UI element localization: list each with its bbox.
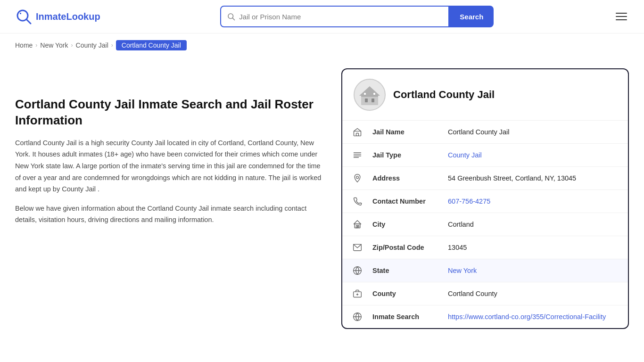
logo-icon bbox=[15, 8, 32, 25]
page-title: Cortland County Jail Inmate Search and J… bbox=[15, 97, 326, 129]
hamburger-line-2 bbox=[616, 16, 627, 17]
search-button[interactable]: Search bbox=[449, 6, 494, 27]
svg-rect-5 bbox=[361, 96, 378, 105]
jail-name-icon bbox=[352, 127, 363, 137]
info-card: Cortland County Jail Jail NameCortland C… bbox=[341, 68, 629, 329]
jail-name-value: Cortland County Jail bbox=[438, 121, 628, 144]
zip-value: 13045 bbox=[438, 236, 628, 259]
breadcrumb-home[interactable]: Home bbox=[15, 41, 33, 49]
breadcrumb-sep-2: › bbox=[71, 42, 73, 49]
svg-marker-6 bbox=[359, 86, 380, 96]
card-header: Cortland County Jail bbox=[342, 69, 628, 121]
state-link[interactable]: New York bbox=[448, 267, 477, 274]
address-icon bbox=[352, 173, 363, 183]
breadcrumb-current: Cortland County Jail bbox=[116, 40, 187, 50]
search-icon bbox=[227, 12, 235, 21]
logo-text: InmateLookup bbox=[36, 11, 100, 22]
svg-rect-10 bbox=[364, 93, 366, 95]
state-label: State bbox=[363, 259, 438, 282]
inmate-search-value[interactable]: https://www.cortland-co.org/355/Correcti… bbox=[438, 305, 628, 329]
county-label: County bbox=[363, 282, 438, 305]
address-icon-cell bbox=[342, 167, 363, 190]
contact-number-icon-cell bbox=[342, 190, 363, 213]
city-label: City bbox=[363, 213, 438, 236]
inmate-search-label: Inmate Search bbox=[363, 305, 438, 329]
logo-link[interactable]: InmateLookup bbox=[15, 8, 100, 25]
inmate-search-icon-cell bbox=[342, 305, 363, 329]
svg-line-4 bbox=[233, 18, 235, 20]
city-value: Cortland bbox=[438, 213, 628, 236]
jail-type-label: Jail Type bbox=[363, 144, 438, 167]
svg-rect-8 bbox=[372, 99, 374, 102]
zip-icon bbox=[352, 243, 363, 252]
site-header: InmateLookup Search bbox=[0, 0, 644, 33]
table-row: Contact Number607-756-4275 bbox=[342, 190, 628, 213]
breadcrumb-county-jail[interactable]: County Jail bbox=[76, 41, 108, 49]
hamburger-line-1 bbox=[616, 13, 627, 14]
table-row: Jail NameCortland County Jail bbox=[342, 121, 628, 144]
state-icon-cell bbox=[342, 259, 363, 282]
jail-name-label: Jail Name bbox=[363, 121, 438, 144]
state-value[interactable]: New York bbox=[438, 259, 628, 282]
table-row: Address54 Greenbush Street, Cortland, NY… bbox=[342, 167, 628, 190]
svg-rect-23 bbox=[358, 226, 359, 227]
search-bar: Search bbox=[220, 6, 494, 27]
table-row: StateNew York bbox=[342, 259, 628, 282]
svg-rect-11 bbox=[373, 93, 375, 95]
description-para-2: Below we have given information about th… bbox=[15, 203, 326, 226]
search-input-wrap bbox=[220, 6, 449, 27]
svg-rect-12 bbox=[361, 96, 378, 97]
table-row: Zip/Postal Code13045 bbox=[342, 236, 628, 259]
svg-rect-7 bbox=[365, 99, 368, 102]
inmate-search-link[interactable]: https://www.cortland-co.org/355/Correcti… bbox=[448, 313, 606, 321]
jail-type-link[interactable]: County Jail bbox=[448, 151, 482, 159]
contact-number-label: Contact Number bbox=[363, 190, 438, 213]
description-para-1: Cortland County Jail is a high security … bbox=[15, 137, 326, 195]
right-panel: Cortland County Jail Jail NameCortland C… bbox=[341, 68, 629, 329]
svg-line-1 bbox=[26, 19, 31, 24]
svg-rect-2 bbox=[20, 13, 21, 14]
inmate-search-icon bbox=[352, 312, 363, 321]
table-row: CityCortland bbox=[342, 213, 628, 236]
breadcrumb-new-york[interactable]: New York bbox=[40, 41, 68, 49]
zip-icon-cell bbox=[342, 236, 363, 259]
card-title: Cortland County Jail bbox=[393, 89, 495, 101]
svg-rect-22 bbox=[356, 226, 358, 228]
jail-name-icon-cell bbox=[342, 121, 363, 144]
county-icon bbox=[352, 289, 363, 298]
contact-number-icon bbox=[352, 197, 363, 206]
main-content: Cortland County Jail Inmate Search and J… bbox=[0, 57, 644, 348]
city-icon-cell bbox=[342, 213, 363, 236]
svg-marker-20 bbox=[354, 221, 361, 224]
city-icon bbox=[352, 220, 363, 229]
search-input[interactable] bbox=[239, 13, 443, 21]
info-table: Jail NameCortland County JailJail TypeCo… bbox=[342, 121, 628, 328]
svg-rect-13 bbox=[354, 131, 361, 136]
contact-number-link[interactable]: 607-756-4275 bbox=[448, 197, 490, 205]
address-label: Address bbox=[363, 167, 438, 190]
jail-type-value[interactable]: County Jail bbox=[438, 144, 628, 167]
breadcrumb: Home › New York › County Jail › Cortland… bbox=[0, 33, 644, 57]
table-row: Jail TypeCounty Jail bbox=[342, 144, 628, 167]
jail-building-icon bbox=[357, 82, 382, 107]
svg-rect-14 bbox=[356, 133, 359, 136]
address-value: 54 Greenbush Street, Cortland, NY, 13045 bbox=[438, 167, 628, 190]
breadcrumb-sep-1: › bbox=[35, 42, 37, 49]
zip-label: Zip/Postal Code bbox=[363, 236, 438, 259]
left-panel: Cortland County Jail Inmate Search and J… bbox=[15, 68, 326, 329]
county-icon-cell bbox=[342, 282, 363, 305]
jail-type-icon bbox=[352, 150, 363, 160]
state-icon bbox=[352, 266, 363, 275]
county-value: Cortland County bbox=[438, 282, 628, 305]
table-row: Inmate Searchhttps://www.cortland-co.org… bbox=[342, 305, 628, 329]
jail-avatar bbox=[354, 79, 386, 111]
contact-number-value[interactable]: 607-756-4275 bbox=[438, 190, 628, 213]
menu-button[interactable] bbox=[614, 11, 629, 22]
svg-point-19 bbox=[356, 176, 359, 179]
table-row: CountyCortland County bbox=[342, 282, 628, 305]
jail-type-icon-cell bbox=[342, 144, 363, 167]
breadcrumb-sep-3: › bbox=[111, 42, 113, 49]
hamburger-line-3 bbox=[616, 19, 627, 20]
